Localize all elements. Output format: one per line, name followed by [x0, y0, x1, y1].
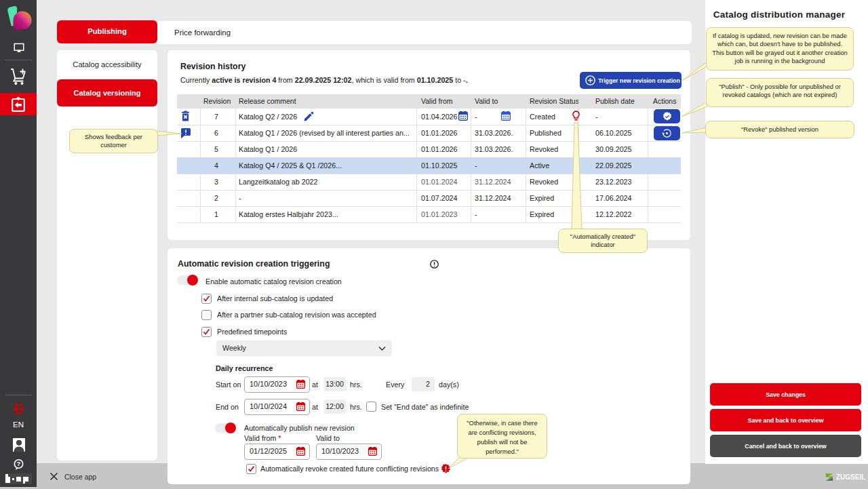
svg-text:?: ? — [17, 460, 21, 467]
